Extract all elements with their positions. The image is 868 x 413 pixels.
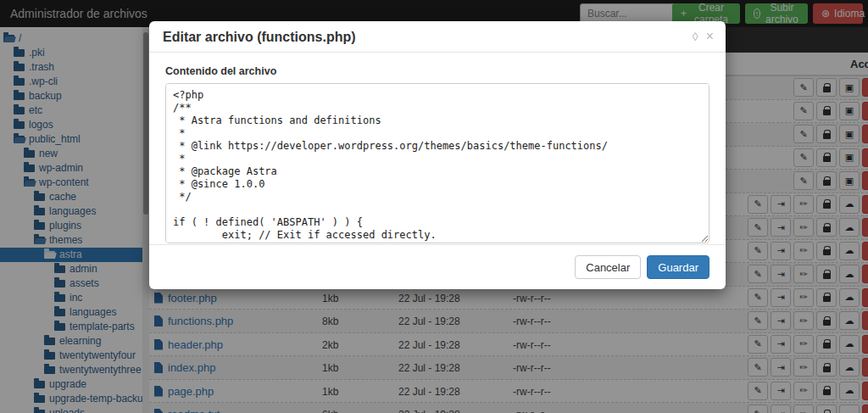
save-button[interactable]: Guardar <box>647 255 709 279</box>
file-content-textarea[interactable]: <?php /** * Astra functions and definiti… <box>165 83 709 243</box>
modal-footer: Cancelar Guardar <box>149 244 726 289</box>
fullscreen-icon[interactable]: ◊ <box>693 31 698 42</box>
content-label: Contenido del archivo <box>165 65 709 77</box>
modal-body: Contenido del archivo <?php /** * Astra … <box>149 53 726 255</box>
file-manager-app: Administrador de archivos +Crear carpeta… <box>0 0 868 413</box>
cancel-button[interactable]: Cancelar <box>575 255 641 279</box>
edit-file-modal: Editar archivo (functions.php) ◊ × Conte… <box>149 21 726 289</box>
close-icon[interactable]: × <box>706 30 714 43</box>
modal-title: Editar archivo (functions.php) <box>163 30 356 44</box>
modal-header: Editar archivo (functions.php) ◊ × <box>149 21 726 53</box>
